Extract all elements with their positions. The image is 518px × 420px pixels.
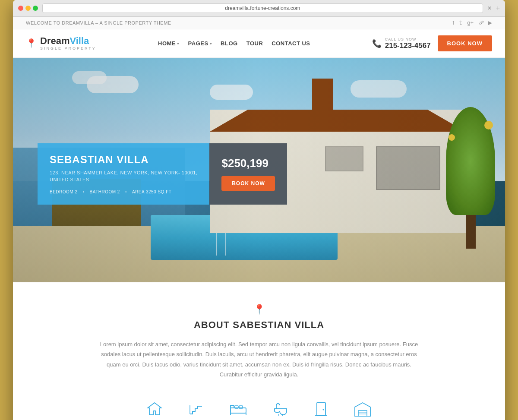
phone-area: 📞 CALL US NOW 215-123-4567	[372, 37, 431, 50]
bath-icon[interactable]	[273, 402, 288, 420]
hero-book-button[interactable]: BOOK NOW	[221, 176, 275, 191]
svg-rect-3	[317, 403, 325, 416]
info-blue-box: SEBASTIAN VILLA 123, NEAR SHAMMER LAKE, …	[38, 143, 209, 205]
header-book-button[interactable]: BOOK NOW	[438, 35, 492, 51]
svg-point-4	[323, 409, 324, 410]
pinterest-icon[interactable]: 𝒫	[479, 19, 483, 26]
dot-green[interactable]	[33, 6, 38, 11]
svg-rect-0	[231, 408, 246, 413]
bathroom-feature: BATHROOM 2	[90, 189, 120, 194]
bed-icon[interactable]	[230, 402, 247, 420]
call-label: CALL US NOW	[385, 37, 431, 41]
about-section: 📍 ABOUT SABESTIAN VILLA Lorem ipsum dolo…	[13, 282, 505, 420]
area-feature: AREA 3250 SQ.FT	[132, 189, 171, 194]
nav-contact-us[interactable]: CONTACT US	[272, 40, 310, 47]
door-icon[interactable]	[314, 402, 328, 420]
hero-section: SEBASTIAN VILLA 123, NEAR SHAMMER LAKE, …	[13, 58, 505, 282]
house-icon[interactable]	[147, 402, 162, 420]
phone-info: CALL US NOW 215-123-4567	[385, 37, 431, 50]
info-dark-box: $250,199 BOOK NOW	[209, 143, 287, 205]
nav-pages[interactable]: PAGES ▾	[188, 40, 212, 47]
logo-sub: SINGLE PROPERTY	[40, 47, 96, 51]
garage-icon[interactable]	[354, 402, 371, 420]
logo-pin-icon: 📍	[26, 38, 37, 48]
about-location-icon: 📍	[26, 304, 492, 315]
dot-1: •	[83, 189, 85, 194]
logo-text: DreamVilla SINGLE PROPERTY	[40, 36, 96, 51]
dot-yellow[interactable]	[25, 6, 31, 11]
top-bar: WELCOME TO DREAMVILLA – A SINGLE PROPERT…	[13, 17, 505, 29]
stairs-icon[interactable]	[188, 402, 204, 420]
dot-red[interactable]	[18, 6, 23, 11]
google-plus-icon[interactable]: g+	[467, 19, 474, 26]
pages-dropdown-arrow: ▾	[210, 41, 212, 46]
villa-price: $250,199	[221, 157, 268, 170]
hero-info-box: SEBASTIAN VILLA 123, NEAR SHAMMER LAKE, …	[38, 143, 287, 205]
browser-chrome: dreamvilla.fortune-creations.com ✕ +	[13, 0, 505, 17]
header: 📍 DreamVilla SINGLE PROPERTY HOME ▾ PAGE…	[13, 29, 505, 58]
social-icons: f 𝕥 g+ 𝒫 ▶	[453, 19, 492, 26]
bedroom-feature: BEDROOM 2	[50, 189, 78, 194]
youtube-icon[interactable]: ▶	[488, 19, 492, 26]
nav-blog[interactable]: BLOG	[221, 40, 238, 47]
villa-features: BEDROOM 2 • BATHROOM 2 • AREA 3250 SQ.FT	[50, 189, 197, 194]
svg-rect-5	[358, 411, 367, 417]
twitter-icon[interactable]: 𝕥	[459, 19, 462, 26]
add-tab-icon[interactable]: +	[496, 4, 500, 12]
villa-name: SEBASTIAN VILLA	[50, 154, 197, 166]
villa-address: 123, NEAR SHAMMER LAKE, NEW YORK, NEW YO…	[50, 169, 197, 183]
facebook-icon[interactable]: f	[453, 19, 455, 26]
phone-icon: 📞	[372, 39, 382, 48]
close-tab-icon[interactable]: ✕	[487, 5, 492, 11]
header-right: 📞 CALL US NOW 215-123-4567 BOOK NOW	[372, 35, 492, 51]
logo-area: 📍 DreamVilla SINGLE PROPERTY	[26, 36, 96, 51]
phone-number[interactable]: 215-123-4567	[385, 41, 431, 50]
about-body: Lorem ipsum dolor sit amet, consectetur …	[99, 339, 419, 380]
dot-2: •	[125, 189, 127, 194]
about-title: ABOUT SABESTIAN VILLA	[26, 319, 492, 331]
browser-dots	[18, 6, 38, 11]
main-nav: HOME ▾ PAGES ▾ BLOG TOUR CONTACT US	[158, 40, 310, 47]
nav-tour[interactable]: TOUR	[246, 40, 263, 47]
welcome-text: WELCOME TO DREAMVILLA – A SINGLE PROPERT…	[26, 20, 171, 25]
home-dropdown-arrow: ▾	[177, 41, 180, 46]
address-bar[interactable]: dreamvilla.fortune-creations.com	[42, 3, 483, 13]
feature-icons-row	[26, 393, 492, 420]
nav-home[interactable]: HOME ▾	[158, 40, 180, 47]
logo-main: DreamVilla	[40, 36, 96, 46]
browser-window: dreamvilla.fortune-creations.com ✕ + WEL…	[13, 0, 505, 420]
